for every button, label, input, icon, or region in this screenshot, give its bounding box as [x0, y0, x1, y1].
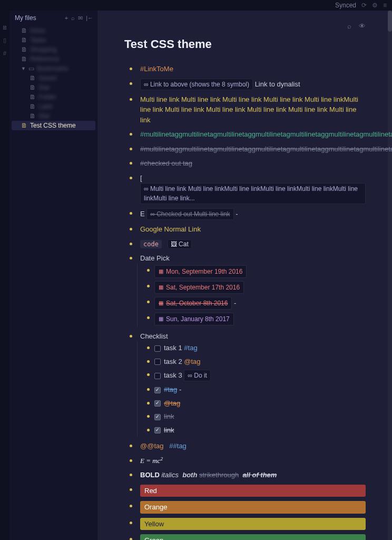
calendar-icon: ▦ [159, 267, 163, 275]
list-item[interactable]: ▦Mon, September 19th 2016 [149, 264, 366, 279]
list-item[interactable]: Multi line link Multi line link Multi li… [134, 92, 366, 128]
multi-link[interactable]: Multi line link Multi line link Multi li… [140, 95, 358, 124]
checkbox[interactable]: ✓ [154, 387, 161, 393]
list-item[interactable]: #multilinetaggmultilinetagmultilinetaggm… [134, 127, 366, 142]
file-tree: 🗎Inbox🗎Tasks🗎Shopping🗎Reference▼▭Bookmar… [9, 25, 97, 540]
scrollbar[interactable] [388, 11, 392, 540]
tree-item[interactable]: 🗎Saved [12, 73, 95, 83]
date-badge[interactable]: ▦Sat, September 17th 2016 [154, 281, 244, 294]
list-item[interactable]: task 3 ∞ Do it [149, 368, 366, 383]
folder-icon: ▭ [28, 65, 34, 72]
date-badge[interactable]: ▦Mon, September 19th 2016 [154, 265, 247, 278]
color-row[interactable]: Red [140, 485, 366, 497]
color-row[interactable]: Yellow [140, 518, 366, 531]
checkbox[interactable] [154, 373, 161, 379]
color-row[interactable]: Orange [140, 501, 366, 514]
list-item[interactable]: Date Pick▦Mon, September 19th 2016▦Sat, … [134, 251, 366, 329]
hash-rail-icon[interactable]: # [3, 50, 6, 56]
list-item[interactable]: ▦Sat, September 17th 2016 [149, 279, 366, 295]
doc-icon: 🗎 [21, 46, 27, 53]
list-item[interactable]: ✓link [149, 410, 366, 423]
list-item[interactable]: #LinkToMe [134, 62, 366, 76]
list-item[interactable]: ✓link [149, 423, 366, 437]
main-pane: ⌕ 👁 Test CSS theme #LinkToMe∞ Link to ab… [98, 11, 392, 540]
list-item[interactable]: ▦Sun, January 8th 2017 [149, 311, 366, 327]
tree-item[interactable]: 🗎Reference [12, 54, 95, 64]
sidebar: My files + ⌕ ✉ |← 🗎Inbox🗎Tasks🗎Shopping🗎… [9, 11, 98, 540]
date-badge[interactable]: ▦Sat, October 8th 2016 [154, 297, 232, 310]
image-badge[interactable]: 🖼 Cat [168, 239, 192, 249]
list-item[interactable]: ✓#tag - [149, 383, 366, 397]
color-row[interactable]: Green [140, 534, 366, 540]
multiline-tag[interactable]: #multilinetaggmultilinetagmultilinetaggm… [140, 130, 392, 138]
tree-item[interactable]: 🗎Star [12, 111, 95, 121]
list-item[interactable]: Checklisttask 1 #tagtask 2 @tagtask 3 ∞ … [134, 329, 366, 439]
list-item[interactable]: Google Normal Link [134, 222, 366, 237]
menu-icon[interactable]: ≡ [383, 2, 387, 9]
doc-icon: 🗎 [30, 103, 36, 110]
infinity-icon: ∞ [144, 81, 149, 88]
external-link[interactable]: Google Normal Link [140, 225, 201, 233]
doc-icon: 🗎 [30, 93, 36, 101]
list-item[interactable]: ∞ Link to above (shows the 8 symbol) Lin… [134, 76, 366, 92]
tree-item-active[interactable]: 🗎Test CSS theme [12, 121, 95, 130]
list-item[interactable]: E ∞ Checked out Multi line link - [134, 206, 366, 222]
checkbox[interactable] [154, 345, 161, 352]
hashtag-link[interactable]: #LinkToMe [140, 65, 173, 73]
list-item[interactable]: Yellow [134, 516, 366, 533]
infinity-icon: ∞ [188, 372, 192, 379]
list-item[interactable]: Red [134, 483, 366, 499]
checkbox[interactable] [154, 359, 161, 365]
caret-icon: ▼ [21, 66, 26, 71]
doc-icon: 🗎 [30, 84, 36, 91]
tree-item[interactable]: 🗎Shopping [12, 45, 95, 54]
list-item[interactable]: #checked out tag [134, 156, 366, 171]
add-icon[interactable]: + [65, 15, 68, 22]
doc-icon: 🗎 [30, 74, 36, 82]
list-item[interactable]: BOLD italics both strikethrough all of t… [134, 468, 366, 483]
tree-item[interactable]: 🗎Later [12, 102, 95, 111]
date-badge[interactable]: ▦Sun, January 8th 2017 [154, 313, 234, 325]
collapse-icon[interactable]: |← [86, 15, 93, 22]
tree-item[interactable]: 🗎Star [12, 83, 95, 92]
checkbox[interactable]: ✓ [154, 414, 161, 420]
list-item[interactable]: task 1 #tag [149, 341, 366, 355]
tag[interactable]: @tag [164, 399, 180, 407]
list-item[interactable]: code 🖼 Cat [134, 237, 366, 252]
search-doc-icon[interactable]: ⌕ [347, 22, 351, 30]
search-icon[interactable]: ⌕ [71, 15, 75, 22]
bookmark-rail-icon[interactable]: ▯ [3, 37, 6, 44]
gear-icon[interactable]: ⚙ [372, 2, 378, 9]
eye-icon[interactable]: 👁 [359, 22, 366, 30]
checkbox[interactable]: ✓ [154, 427, 161, 433]
list-item[interactable]: E = mc2 [134, 454, 366, 468]
list-item[interactable]: Green [134, 532, 366, 540]
list-item[interactable]: ▦Sat, October 8th 2016 - [149, 295, 366, 311]
tag[interactable]: @tag [184, 358, 200, 365]
internal-link-badge[interactable]: ∞ Link to above (shows the 8 symbol) [140, 79, 253, 90]
doc-rail-icon[interactable]: 🗎 [2, 24, 8, 31]
checkbox[interactable]: ✓ [154, 400, 161, 407]
list-item[interactable]: #multilinetaggmultilinetagmultilinetaggm… [134, 142, 366, 157]
list-item[interactable]: @@tag ##tag [134, 439, 366, 454]
list-item[interactable]: ✓@tag [149, 397, 366, 410]
multi-link-badge[interactable]: ∞ Multi line link Multi line linkMulti l… [140, 183, 366, 204]
sidebar-title: My files [15, 14, 36, 22]
list-item[interactable]: Orange [134, 499, 366, 516]
tag[interactable]: #tag [164, 385, 177, 393]
checked-out-link-badge[interactable]: ∞ Checked out Multi line link [146, 208, 233, 220]
tree-item[interactable]: 🗎Inbox [12, 26, 95, 35]
tag[interactable]: #tag [184, 344, 197, 352]
tree-item[interactable]: ▼▭Bookmarks [12, 64, 95, 73]
list-item[interactable]: task 2 @tag [149, 355, 366, 369]
list-item[interactable]: [∞ Multi line link Multi line linkMulti … [134, 171, 366, 207]
at-tag[interactable]: @@tag [140, 442, 163, 450]
tree-item[interactable]: 🗎Folder [12, 92, 95, 102]
refresh-icon[interactable]: ⟳ [361, 2, 367, 9]
tag[interactable]: link [164, 412, 174, 420]
hash-tag[interactable]: ##tag [169, 442, 187, 450]
action-badge[interactable]: ∞ Do it [184, 370, 211, 381]
mail-icon[interactable]: ✉ [78, 15, 83, 22]
tag[interactable]: link [164, 426, 174, 434]
tree-item[interactable]: 🗎Tasks [12, 35, 95, 45]
